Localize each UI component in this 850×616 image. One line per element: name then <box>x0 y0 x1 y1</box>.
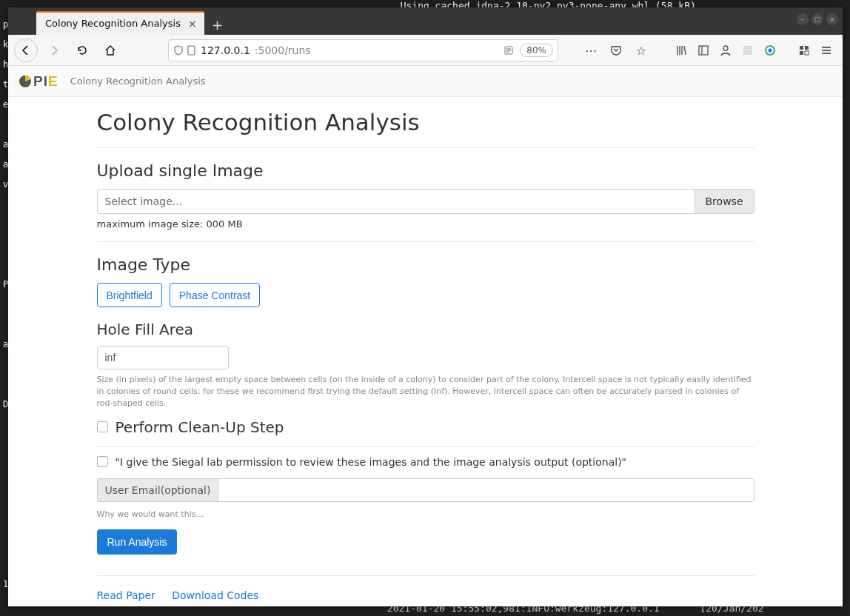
close-icon[interactable]: × <box>188 19 197 29</box>
download-codes-link[interactable]: Download Codes <box>172 589 258 601</box>
library-icon[interactable] <box>671 40 692 61</box>
forward-button[interactable] <box>42 38 66 62</box>
svg-rect-14 <box>805 51 809 55</box>
svg-rect-13 <box>800 51 803 55</box>
cleanup-checkbox[interactable] <box>97 421 108 432</box>
sidebar-icon[interactable] <box>693 40 714 61</box>
image-type-heading: Image Type <box>97 255 754 274</box>
consent-label: "I give the Siegal lab permission to rev… <box>116 456 627 468</box>
account-icon[interactable] <box>715 40 736 61</box>
breadcrumb[interactable]: Colony Recognition Analysis <box>70 76 206 87</box>
shield-icon[interactable] <box>173 45 184 56</box>
zoom-indicator[interactable]: 80% <box>520 44 553 57</box>
page-icon <box>187 45 196 56</box>
window-close-button[interactable]: × <box>826 13 838 25</box>
svg-rect-11 <box>800 46 803 50</box>
pie-icon <box>19 75 32 88</box>
site-logo[interactable]: PIE <box>19 73 58 90</box>
browser-window: Colony Recognition Analysis × + – □ × <box>8 7 843 606</box>
bookmark-star-icon[interactable]: ☆ <box>631 40 652 61</box>
run-analysis-button[interactable]: Run Analysis <box>97 529 178 555</box>
svg-point-7 <box>723 46 728 50</box>
browser-toolbar: 127.0.0.1:5000/runs 80% ⋯ ☆ <box>8 35 843 66</box>
hamburger-menu-icon[interactable] <box>816 40 837 61</box>
new-tab-button[interactable]: + <box>207 14 228 35</box>
svg-point-10 <box>769 49 772 53</box>
url-host: 127.0.0.1 <box>201 44 250 56</box>
page-title: Colony Recognition Analysis <box>97 109 754 135</box>
cleanup-label: Perform Clean-Up Step <box>116 418 284 436</box>
brightfield-button[interactable]: Brightfield <box>97 283 162 307</box>
pocket-icon[interactable] <box>606 40 626 61</box>
titlebar: Colony Recognition Analysis × + – □ × <box>8 7 843 35</box>
reader-icon[interactable] <box>503 45 514 56</box>
reload-button[interactable] <box>70 38 94 62</box>
ext-icon-2[interactable] <box>760 40 780 61</box>
tab-active[interactable]: Colony Recognition Analysis × <box>36 11 204 36</box>
window-maximize-button[interactable]: □ <box>811 13 823 25</box>
window-minimize-button[interactable]: – <box>797 13 809 25</box>
hole-fill-heading: Hole Fill Area <box>97 321 754 338</box>
read-paper-link[interactable]: Read Paper <box>97 589 155 601</box>
consent-checkbox[interactable] <box>97 456 108 467</box>
email-help: Why we would want this... <box>97 509 754 519</box>
svg-rect-5 <box>699 46 708 55</box>
browse-button[interactable]: Browse <box>695 189 754 214</box>
email-addon: User Email(optional) <box>97 478 218 502</box>
back-button[interactable] <box>14 38 38 62</box>
tab-title: Colony Recognition Analysis <box>45 18 181 29</box>
menu-dots-icon[interactable]: ⋯ <box>580 40 601 61</box>
upload-heading: Upload single Image <box>97 161 754 180</box>
home-button[interactable] <box>98 38 122 62</box>
svg-rect-0 <box>188 46 195 55</box>
site-header: PIE Colony Recognition Analysis <box>8 66 843 97</box>
svg-rect-12 <box>805 46 809 50</box>
upload-hint: maximum image size: 000 MB <box>97 218 754 230</box>
phase-contrast-button[interactable]: Phase Contrast <box>170 283 261 307</box>
email-input[interactable] <box>218 478 754 502</box>
page-content: PIE Colony Recognition Analysis Colony R… <box>8 66 843 606</box>
logo-text: PIE <box>33 73 58 90</box>
address-bar[interactable]: 127.0.0.1:5000/runs 80% <box>168 39 558 61</box>
url-path: :5000/runs <box>255 44 311 56</box>
hole-fill-help: Size (in pixels) of the largest empty sp… <box>97 374 754 409</box>
file-input[interactable]: Select image... <box>97 189 695 214</box>
hole-fill-input[interactable] <box>97 346 229 369</box>
ext-icon-1[interactable] <box>737 40 758 61</box>
svg-rect-8 <box>743 46 752 55</box>
extensions-icon[interactable] <box>794 40 814 61</box>
